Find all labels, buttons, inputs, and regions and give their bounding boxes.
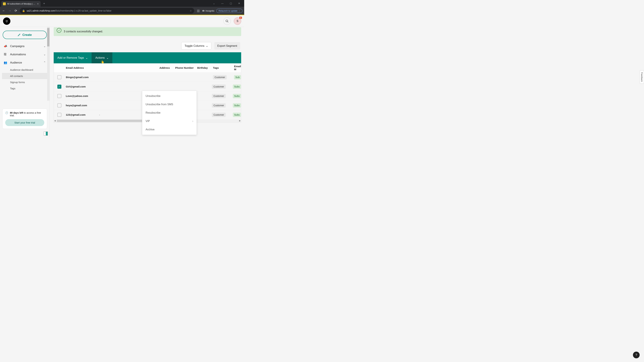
sidebar-item-label: Audience bbox=[10, 61, 22, 64]
table-header: Email Address Address Phone Number Birth… bbox=[54, 63, 241, 72]
reload-icon[interactable]: ⟳ bbox=[14, 9, 18, 12]
workspace: Create 📣 Campaigns ⌄ ⛓ Automations ⌄ 👥 A… bbox=[0, 27, 244, 137]
banner-text: 3 contacts successfully changed. bbox=[64, 30, 103, 33]
menu-item-vip[interactable]: VIP › bbox=[142, 117, 196, 125]
row-checkbox[interactable] bbox=[57, 94, 62, 98]
create-button[interactable]: Create bbox=[3, 31, 47, 39]
status-pill: Subs bbox=[233, 94, 241, 98]
trial-card: 🕐 89 days left to access a free trial. S… bbox=[2, 109, 47, 129]
relaunch-label: Relaunch to update bbox=[218, 9, 238, 12]
search-icon bbox=[226, 19, 229, 23]
forward-icon[interactable]: → bbox=[8, 9, 12, 12]
tag-pill: Customer bbox=[212, 94, 226, 98]
row-checkbox[interactable] bbox=[57, 113, 62, 117]
sidebar-item-automations[interactable]: ⛓ Automations ⌄ bbox=[2, 50, 48, 58]
table-row[interactable]: Bingo@gmail.com Customer Sub bbox=[54, 72, 241, 82]
sidebar-item-audience[interactable]: 👥 Audience ⌃ bbox=[2, 58, 48, 67]
table-row[interactable]: ✓ Girl@gmail.com Customer Subs bbox=[54, 82, 241, 91]
sidebar-item-label: Campaigns bbox=[10, 44, 24, 48]
theme-swatch-icon[interactable] bbox=[44, 132, 48, 136]
menu-item-archive[interactable]: Archive bbox=[142, 125, 196, 134]
tag-pill: Customer bbox=[212, 113, 226, 117]
status-pill: Subs bbox=[233, 103, 241, 108]
toggle-columns-button[interactable]: Toggle Columns ⌄ bbox=[181, 42, 211, 50]
tags-button-label: Add or Remove Tags bbox=[57, 56, 84, 59]
cell-email[interactable]: heya@gmail.com bbox=[65, 104, 102, 107]
th-address[interactable]: Address bbox=[160, 66, 175, 69]
row-checkbox[interactable] bbox=[57, 75, 62, 79]
chevron-down-icon: ⌄ bbox=[44, 44, 46, 48]
maximize-icon[interactable]: ▢ bbox=[228, 2, 233, 5]
sidebar-sub-tags[interactable]: Tags bbox=[2, 85, 48, 91]
tab-bar: 🐵 All subscribers of Moodjoy | Ma ✕ ＋ ⌄ … bbox=[0, 0, 244, 7]
chevron-right-icon[interactable]: › bbox=[99, 113, 102, 116]
sidebar-sub-all-contacts[interactable]: All contacts bbox=[2, 73, 48, 79]
sidebar-item-campaigns[interactable]: 📣 Campaigns ⌄ bbox=[2, 42, 48, 50]
app-header: S 1 bbox=[0, 15, 244, 27]
actions-dropdown: Unsubscribe Unsubscribe from SMS Resubsc… bbox=[142, 91, 197, 135]
tag-pill: Customer bbox=[212, 103, 226, 108]
scroll-left-icon[interactable]: ◀ bbox=[54, 119, 56, 122]
cell-email[interactable]: Girl@gmail.com bbox=[65, 85, 102, 88]
incognito-icon: 🕶 bbox=[202, 9, 204, 12]
status-pill: Subs bbox=[233, 113, 241, 117]
menu-item-resubscribe[interactable]: Resubscribe bbox=[142, 109, 196, 117]
svg-point-1 bbox=[6, 20, 6, 21]
th-phone[interactable]: Phone Number bbox=[175, 66, 197, 69]
window-controls: ⌄ ― ▢ ✕ bbox=[212, 2, 243, 5]
tab-search-icon[interactable]: ⌄ bbox=[212, 2, 216, 5]
scroll-right-icon[interactable]: ▶ bbox=[239, 119, 241, 122]
chevron-down-icon: ⌄ bbox=[86, 56, 88, 60]
cell-email[interactable]: Bingo@gmail.com bbox=[65, 76, 103, 79]
close-icon[interactable]: ✕ bbox=[37, 2, 39, 5]
menu-item-unsubscribe[interactable]: Unsubscribe bbox=[142, 92, 196, 100]
th-tags[interactable]: Tags bbox=[213, 66, 234, 69]
export-segment-button[interactable]: Export Segment bbox=[214, 42, 240, 50]
chevron-up-icon: ⌃ bbox=[44, 61, 46, 64]
browser-tab[interactable]: 🐵 All subscribers of Moodjoy | Ma ✕ bbox=[1, 1, 40, 7]
back-icon[interactable]: ← bbox=[2, 9, 6, 12]
svg-point-3 bbox=[226, 20, 228, 22]
tag-pill: Customer bbox=[213, 75, 227, 79]
mailchimp-logo[interactable] bbox=[3, 17, 10, 25]
create-label: Create bbox=[22, 33, 32, 37]
svg-point-2 bbox=[7, 20, 8, 21]
sidebar-sub-audience-dashboard[interactable]: Audience dashboard bbox=[2, 67, 48, 73]
search-button[interactable] bbox=[224, 17, 231, 25]
bulk-action-bar: Add or Remove Tags ⌄ Actions ⌄ 👆 bbox=[54, 52, 241, 63]
audience-icon: 👥 bbox=[4, 61, 8, 64]
cell-email[interactable]: 123@gmail.com bbox=[66, 113, 86, 116]
actions-button[interactable]: Actions ⌄ 👆 bbox=[92, 52, 112, 63]
freddie-icon bbox=[4, 19, 9, 23]
tab-title: All subscribers of Moodjoy | Ma bbox=[7, 3, 36, 5]
minimize-icon[interactable]: ― bbox=[220, 2, 225, 5]
extensions-icon[interactable]: ▥ bbox=[196, 9, 200, 12]
svg-line-4 bbox=[228, 21, 228, 22]
add-remove-tags-button[interactable]: Add or Remove Tags ⌄ bbox=[54, 52, 92, 63]
close-window-icon[interactable]: ✕ bbox=[237, 2, 242, 5]
svg-point-0 bbox=[5, 19, 9, 23]
cell-email[interactable]: Love@yahoo.com bbox=[65, 94, 102, 97]
url-field[interactable]: 🔒 us21.admin.mailchimp.com/lists/members… bbox=[20, 8, 194, 13]
cursor-icon: 👆 bbox=[100, 60, 104, 64]
th-birthday[interactable]: Birthday bbox=[197, 66, 213, 69]
chevron-down-icon: ⌄ bbox=[206, 44, 208, 47]
menu-item-unsubscribe-sms[interactable]: Unsubscribe from SMS bbox=[142, 100, 196, 109]
sidebar-item-label: Automations bbox=[10, 53, 26, 56]
th-email[interactable]: Email Address bbox=[65, 66, 103, 69]
address-bar: ← → ⟳ 🔒 us21.admin.mailchimp.com/lists/m… bbox=[0, 7, 244, 15]
start-trial-button[interactable]: Start your free trial bbox=[5, 119, 44, 126]
avatar[interactable]: S 1 bbox=[234, 17, 241, 25]
th-email-marketing[interactable]: Email M bbox=[234, 65, 241, 71]
row-checkbox[interactable]: ✓ bbox=[57, 85, 62, 89]
sidebar: Create 📣 Campaigns ⌄ ⛓ Automations ⌄ 👥 A… bbox=[0, 27, 50, 137]
sidebar-sub-signup-forms[interactable]: Signup forms bbox=[2, 79, 48, 85]
new-tab-button[interactable]: ＋ bbox=[42, 1, 46, 5]
sidebar-scrollbar[interactable] bbox=[47, 27, 50, 101]
url-path: /lists/members/#p:1-s:25-sa:last_update_… bbox=[55, 9, 111, 12]
incognito-label: Incognito bbox=[206, 9, 214, 12]
relaunch-button[interactable]: Relaunch to update ⋮ bbox=[216, 9, 242, 13]
tag-pill: Customer bbox=[212, 84, 226, 89]
bookmark-icon[interactable]: ☆ bbox=[190, 9, 192, 12]
row-checkbox[interactable] bbox=[57, 103, 62, 107]
